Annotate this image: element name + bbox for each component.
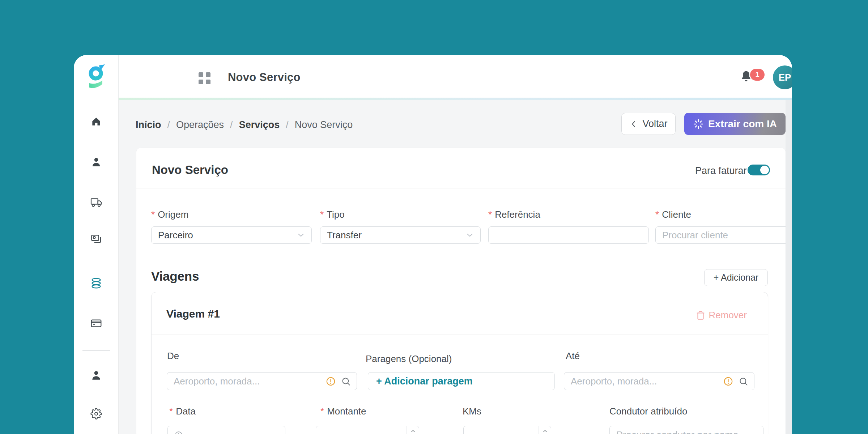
sidebar-item-home[interactable] (90, 115, 102, 128)
scrollbar-track[interactable] (786, 100, 792, 434)
page-title: Novo Serviço (228, 71, 301, 84)
to-label: Até (566, 350, 580, 362)
add-stop-label: + Adicionar paragem (376, 376, 473, 387)
from-input[interactable] (174, 376, 326, 387)
apps-grid-icon[interactable] (199, 72, 210, 84)
date-field-wrap (167, 426, 285, 434)
driver-input[interactable] (616, 430, 757, 434)
breadcrumb-servicos[interactable]: Serviços (239, 119, 280, 131)
top-bar: Novo Serviço 1 EP (119, 55, 792, 98)
amount-stepper[interactable] (407, 426, 419, 434)
required-mark: * (320, 406, 324, 417)
trash-icon (696, 311, 705, 320)
tipo-select[interactable]: Transfer (320, 226, 481, 244)
breadcrumb: Início / Operações / Serviços / Novo Ser… (136, 119, 353, 131)
notification-badge: 1 (750, 69, 765, 81)
person-icon (90, 156, 102, 168)
referencia-label-text: Referência (495, 209, 540, 220)
search-icon[interactable] (341, 376, 351, 386)
warning-icon (723, 376, 733, 386)
cliente-input[interactable] (662, 230, 786, 241)
kms-input[interactable] (470, 430, 536, 434)
credit-card-icon (90, 318, 102, 329)
add-trip-button[interactable]: + Adicionar (704, 269, 768, 286)
clock-icon (174, 431, 183, 434)
trip-title: Viagem #1 (166, 308, 220, 320)
service-form-panel: Novo Serviço Para faturar * Origem * Tip… (136, 148, 786, 434)
stops-label: Paragens (Opcional) (366, 353, 452, 365)
para-faturar-toggle[interactable] (748, 165, 770, 175)
truck-icon (90, 197, 102, 208)
sidebar-item-gallery[interactable] (90, 233, 102, 245)
amount-label: * Montante (320, 406, 366, 417)
kms-stepper[interactable] (539, 426, 551, 434)
sidebar-item-services[interactable] (90, 277, 102, 289)
app-logo[interactable] (87, 64, 106, 91)
origem-select[interactable]: Parceiro (151, 226, 312, 244)
sidebar-item-vehicles[interactable] (90, 196, 102, 209)
kms-field-wrap (463, 426, 551, 434)
cliente-label: * Cliente (655, 209, 691, 220)
required-mark: * (320, 209, 324, 220)
extract-ai-button[interactable]: Extrair com IA (684, 113, 786, 135)
tipo-label: * Tipo (320, 209, 345, 220)
stepper-up-icon[interactable] (539, 426, 551, 434)
required-mark: * (169, 406, 173, 417)
chevron-down-icon (296, 230, 306, 240)
date-input[interactable] (187, 430, 279, 434)
origem-value: Parceiro (158, 230, 193, 241)
sidebar-item-settings[interactable] (90, 408, 102, 420)
warning-icon (326, 376, 336, 386)
amount-input[interactable] (323, 430, 404, 434)
tipo-label-text: Tipo (327, 209, 345, 220)
toggle-knob (760, 166, 769, 174)
remove-trip-button[interactable]: Remover (696, 310, 747, 321)
from-label: De (167, 350, 179, 362)
to-input[interactable] (571, 376, 723, 387)
form-title: Novo Serviço (152, 163, 228, 177)
from-field-wrap (167, 372, 357, 390)
search-icon[interactable] (739, 376, 748, 386)
origem-label-text: Origem (158, 209, 188, 220)
cliente-field-wrap (655, 226, 786, 244)
driver-label: Condutor atribuído (609, 406, 687, 417)
driver-icon (90, 370, 102, 381)
trip-card: Viagem #1 Remover De Paragens (Opcional)… (151, 292, 768, 434)
trips-section-title: Viagens (151, 269, 199, 284)
breadcrumb-inicio[interactable]: Início (136, 119, 161, 131)
date-label-text: Data (176, 406, 196, 417)
sidebar-item-clients[interactable] (90, 156, 102, 168)
required-mark: * (488, 209, 492, 220)
sidebar (74, 55, 119, 434)
extract-ai-label: Extrair com IA (708, 118, 777, 130)
back-button[interactable]: Voltar (621, 113, 676, 135)
referencia-input[interactable] (495, 230, 643, 241)
back-button-label: Voltar (642, 118, 667, 129)
date-label: * Data (169, 406, 196, 417)
breadcrumb-separator: / (286, 119, 289, 131)
driver-field-wrap (609, 426, 763, 434)
database-icon (90, 277, 102, 289)
billing-toggle-label: Para faturar (695, 165, 747, 176)
required-mark: * (151, 209, 155, 220)
kms-label: KMs (463, 406, 481, 417)
cliente-label-text: Cliente (662, 209, 691, 220)
remove-trip-label: Remover (709, 310, 747, 321)
referencia-field-wrap (488, 226, 649, 244)
gear-icon (90, 408, 102, 420)
breadcrumb-separator: / (230, 119, 233, 131)
breadcrumb-separator: / (167, 119, 170, 131)
avatar[interactable]: EP (773, 65, 792, 89)
breadcrumb-current: Novo Serviço (295, 119, 353, 131)
stepper-up-icon[interactable] (407, 426, 419, 434)
home-icon (90, 116, 102, 127)
amount-field-wrap (316, 426, 419, 434)
breadcrumb-operacoes[interactable]: Operações (176, 119, 224, 131)
sidebar-divider (82, 350, 110, 351)
sidebar-item-billing[interactable] (90, 317, 102, 329)
add-stop-button[interactable]: + Adicionar paragem (368, 372, 555, 390)
tipo-value: Transfer (327, 230, 362, 241)
desktop-background: Novo Serviço 1 EP Início / (0, 0, 868, 434)
sidebar-item-drivers[interactable] (90, 369, 102, 382)
sparkle-icon (693, 119, 704, 129)
